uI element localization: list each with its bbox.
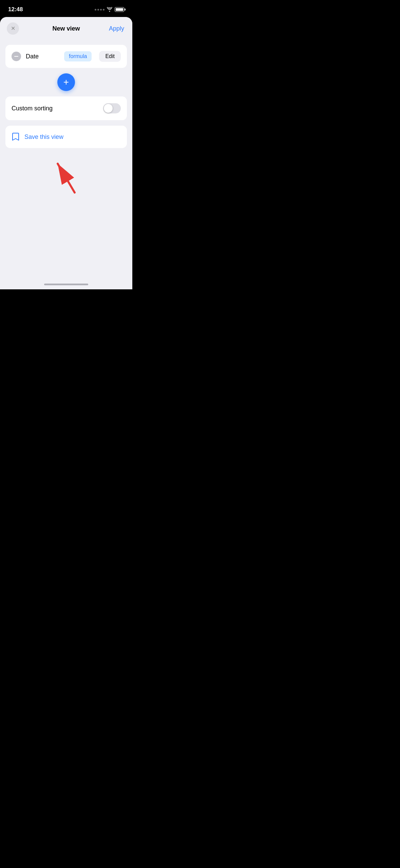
- minus-icon: [14, 56, 18, 57]
- scroll-content: Date formula Edit + Custom sorting: [0, 38, 132, 281]
- apply-button[interactable]: Apply: [108, 24, 126, 34]
- add-button-container: +: [5, 73, 127, 91]
- remove-field-button[interactable]: [12, 52, 21, 61]
- field-name-label: Date: [26, 53, 59, 60]
- home-indicator: [0, 281, 132, 289]
- annotation-arrow: [5, 153, 127, 194]
- close-icon: ✕: [11, 26, 15, 31]
- save-view-label: Save this view: [24, 133, 63, 141]
- home-bar: [44, 284, 88, 285]
- bookmark-icon: [12, 132, 20, 141]
- add-field-button[interactable]: +: [57, 73, 75, 91]
- formula-badge[interactable]: formula: [64, 51, 92, 61]
- main-content: ✕ New view Apply Date formula Edit +: [0, 17, 132, 289]
- svg-line-1: [58, 164, 75, 193]
- save-view-card[interactable]: Save this view: [5, 126, 127, 148]
- red-arrow-icon: [49, 157, 83, 194]
- nav-bar: ✕ New view Apply: [0, 17, 132, 38]
- page-title: New view: [52, 25, 80, 32]
- date-row-card: Date formula Edit: [5, 45, 127, 68]
- battery-icon: [115, 7, 124, 12]
- close-button[interactable]: ✕: [7, 22, 19, 35]
- status-bar: 12:48: [0, 0, 132, 17]
- signal-dots-icon: [95, 9, 104, 11]
- plus-icon: +: [63, 77, 69, 87]
- custom-sorting-toggle[interactable]: [103, 103, 121, 113]
- toggle-thumb: [104, 104, 113, 113]
- edit-button[interactable]: Edit: [99, 51, 121, 62]
- status-time: 12:48: [8, 6, 23, 13]
- custom-sorting-card: Custom sorting: [5, 96, 127, 120]
- wifi-icon: [107, 7, 113, 12]
- status-icons: [95, 7, 124, 12]
- custom-sorting-label: Custom sorting: [12, 105, 53, 112]
